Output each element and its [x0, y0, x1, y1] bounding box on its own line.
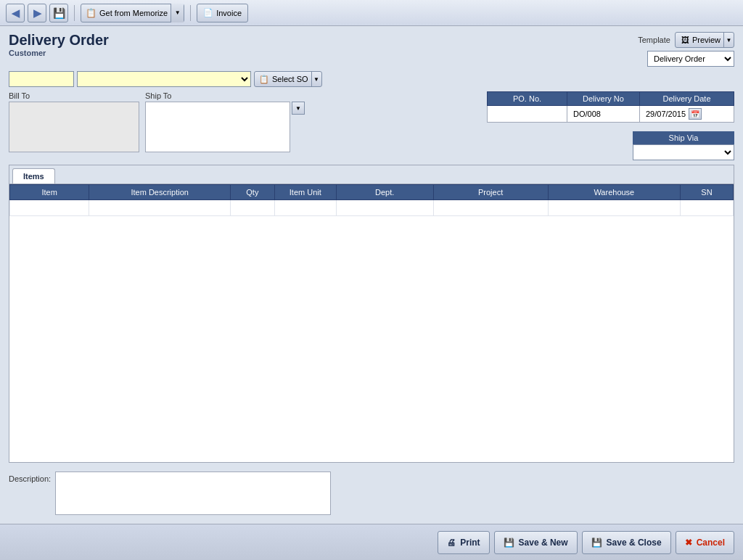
item-desc-col-header: Item Description — [89, 185, 231, 200]
address-block: Bill To Ship To ▼ — [9, 91, 481, 152]
save-icon: 💾 — [53, 7, 65, 19]
page-title: Delivery Order — [9, 32, 109, 49]
memorize-label: Get from Memorize — [99, 9, 168, 17]
ship-to-input-row: ▼ — [145, 102, 305, 152]
forward-button[interactable]: ▶ — [28, 4, 46, 22]
invoice-icon: 📄 — [203, 8, 213, 17]
item-cell[interactable] — [10, 200, 89, 216]
delivery-date-cell: 29/07/2015 📅 — [640, 106, 734, 123]
item-desc-cell[interactable] — [89, 200, 231, 216]
ship-via-select[interactable] — [633, 144, 734, 160]
save-close-label: Save & Close — [607, 538, 662, 548]
template-row: Template 🖼 Preview ▼ — [638, 32, 734, 48]
project-col-header: Project — [433, 185, 548, 200]
select-so-icon: 📋 — [259, 75, 269, 84]
forward-icon: ▶ — [33, 7, 41, 19]
toolbar-separator — [74, 5, 75, 21]
right-block: PO. No. Delivery No Delivery Date DO/008 — [487, 91, 734, 160]
ship-to-dropdown-icon: ▼ — [295, 105, 301, 112]
save-button[interactable]: 💾 — [49, 4, 68, 22]
tab-bar: Items — [9, 165, 734, 184]
save-new-icon: 💾 — [504, 538, 514, 548]
delivery-order-window: ◀ ▶ 💾 📋 Get from Memorize ▼ 📄 Invoice De… — [0, 0, 743, 560]
dept-cell[interactable] — [336, 200, 433, 216]
select-so-arrow[interactable]: ▼ — [311, 71, 321, 87]
invoice-button[interactable]: 📄 Invoice — [197, 4, 248, 22]
description-textarea[interactable] — [55, 472, 331, 515]
memorize-button[interactable]: 📋 Get from Memorize ▼ — [81, 4, 184, 22]
delivery-no-header: Delivery No — [567, 92, 640, 106]
items-table-header-row: Item Item Description Qty Item Unit Dept… — [10, 185, 734, 200]
sn-col-header: SN — [681, 185, 734, 200]
item-unit-cell[interactable] — [274, 200, 336, 216]
qty-col-header: Qty — [230, 185, 274, 200]
warehouse-cell[interactable] — [548, 200, 680, 216]
preview-arrow[interactable]: ▼ — [723, 32, 734, 48]
items-tab-section: Items Item Item Description Qty Item Uni… — [9, 165, 734, 463]
select-so-button[interactable]: 📋 Select SO ▼ — [254, 71, 322, 87]
po-table-row: DO/008 29/07/2015 📅 — [488, 106, 734, 123]
footer: 🖨 Print 💾 Save & New 💾 Save & Close ✖ Ca… — [0, 524, 743, 560]
items-table: Item Item Description Qty Item Unit Dept… — [9, 184, 734, 216]
memorize-dropdown-arrow[interactable]: ▼ — [171, 4, 184, 22]
po-delivery-block: PO. No. Delivery No Delivery Date DO/008 — [487, 91, 734, 123]
customer-name-select[interactable] — [77, 71, 251, 87]
cancel-icon: ✖ — [685, 538, 692, 548]
customer-row: 📋 Select SO ▼ — [9, 71, 734, 87]
warehouse-col-header: Warehouse — [548, 185, 680, 200]
po-no-cell[interactable] — [488, 106, 567, 123]
delivery-date-value: 29/07/2015 — [646, 110, 686, 118]
middle-section: Bill To Ship To ▼ — [9, 91, 734, 160]
preview-icon: 🖼 — [681, 36, 689, 44]
sn-cell[interactable] — [681, 200, 734, 216]
save-close-button[interactable]: 💾 Save & Close — [582, 531, 671, 554]
ship-via-block: Ship Via — [633, 131, 734, 160]
customer-code-input[interactable] — [9, 71, 74, 87]
cancel-label: Cancel — [697, 538, 725, 548]
template-label: Template — [638, 36, 670, 44]
ship-to-group: Ship To ▼ — [145, 91, 305, 152]
po-no-header: PO. No. — [488, 92, 567, 106]
dept-col-header: Dept. — [336, 185, 433, 200]
ship-to-textarea[interactable] — [145, 102, 290, 152]
save-close-icon: 💾 — [591, 538, 602, 548]
items-empty-row — [10, 200, 734, 216]
bill-to-textarea[interactable] — [9, 102, 139, 152]
ship-to-dropdown-button[interactable]: ▼ — [292, 102, 305, 115]
save-new-label: Save & New — [519, 538, 568, 548]
save-new-button[interactable]: 💾 Save & New — [494, 531, 578, 554]
toolbar-separator-2 — [190, 5, 191, 21]
print-icon: 🖨 — [447, 538, 456, 548]
preview-button[interactable]: 🖼 Preview ▼ — [675, 32, 734, 48]
preview-arrow-icon: ▼ — [726, 37, 732, 44]
memorize-arrow-icon: ▼ — [175, 9, 181, 16]
select-so-arrow-icon: ▼ — [313, 76, 319, 83]
title-block: Delivery Order Customer — [9, 32, 109, 57]
invoice-label: Invoice — [216, 9, 242, 17]
memorize-icon: 📋 — [86, 8, 97, 18]
delivery-date-row: 29/07/2015 📅 — [646, 108, 728, 120]
items-grid: Item Item Description Qty Item Unit Dept… — [9, 184, 734, 462]
project-cell[interactable] — [433, 200, 548, 216]
item-col-header: Item — [10, 185, 89, 200]
back-button[interactable]: ◀ — [6, 4, 25, 22]
customer-label: Customer — [9, 49, 109, 57]
item-unit-col-header: Item Unit — [274, 185, 336, 200]
preview-label: Preview — [692, 36, 721, 44]
ship-via-label: Ship Via — [633, 131, 734, 144]
template-select[interactable]: Delivery Order — [647, 51, 734, 67]
template-block: Template 🖼 Preview ▼ Delivery Order — [638, 32, 734, 67]
calendar-icon: 📅 — [691, 110, 699, 118]
back-icon: ◀ — [12, 7, 20, 19]
cancel-button[interactable]: ✖ Cancel — [676, 531, 734, 554]
select-so-label: Select SO — [272, 75, 308, 83]
calendar-button[interactable]: 📅 — [689, 108, 702, 120]
description-section: Description: — [9, 467, 734, 518]
header-section: Delivery Order Customer Template 🖼 Previ… — [9, 32, 734, 67]
print-button[interactable]: 🖨 Print — [438, 531, 489, 554]
po-table: PO. No. Delivery No Delivery Date DO/008 — [487, 91, 734, 123]
items-tab[interactable]: Items — [12, 168, 55, 184]
delivery-no-cell[interactable]: DO/008 — [567, 106, 640, 123]
qty-cell[interactable] — [230, 200, 274, 216]
toolbar: ◀ ▶ 💾 📋 Get from Memorize ▼ 📄 Invoice — [0, 0, 743, 26]
